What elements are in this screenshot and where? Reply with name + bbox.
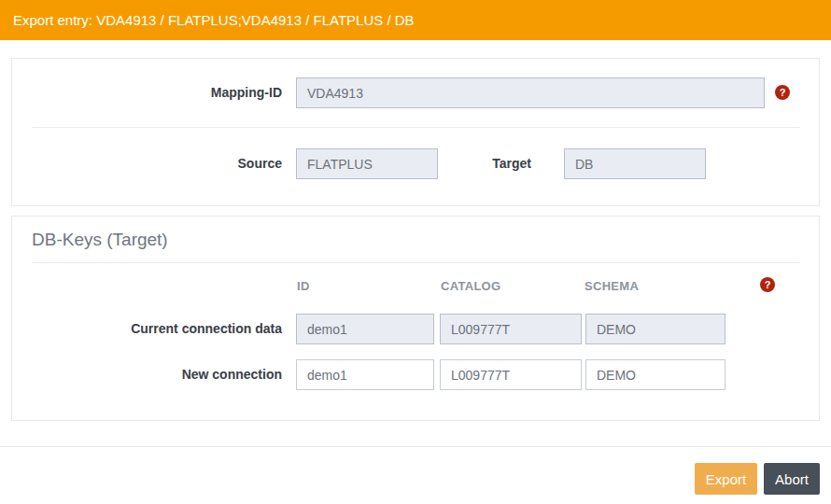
footer-divider <box>0 446 831 447</box>
current-connection-label: Current connection data <box>12 314 282 344</box>
current-connection-catalog-input[interactable] <box>440 314 582 344</box>
current-connection-schema-input[interactable] <box>585 314 725 344</box>
db-keys-panel: DB-Keys (Target) ID CATALOG SCHEMA ? Cur… <box>11 216 820 421</box>
new-connection-id-input[interactable] <box>296 359 434 390</box>
db-keys-panel-title: DB-Keys (Target) <box>32 230 168 250</box>
page-title: Export entry: VDA4913 / FLATPLUS;VDA4913… <box>13 12 415 28</box>
column-header-catalog: CATALOG <box>441 279 500 293</box>
new-connection-catalog-input[interactable] <box>440 359 582 390</box>
mapping-id-input[interactable] <box>296 77 765 108</box>
new-connection-schema-input[interactable] <box>585 359 725 390</box>
column-header-schema: SCHEMA <box>585 279 639 293</box>
mapping-id-label: Mapping-ID <box>12 77 282 108</box>
question-circle-icon[interactable]: ? <box>760 277 775 292</box>
mapping-panel: Mapping-ID ? Source Target <box>11 58 820 206</box>
new-connection-label: New connection <box>12 359 282 390</box>
export-button[interactable]: Export <box>695 463 757 495</box>
current-connection-id-input[interactable] <box>296 314 434 344</box>
panel-divider <box>32 262 800 263</box>
question-circle-icon[interactable]: ? <box>775 85 790 100</box>
panel-divider <box>32 127 800 128</box>
target-input[interactable] <box>564 148 706 179</box>
source-label: Source <box>12 148 282 179</box>
target-label: Target <box>395 148 531 179</box>
column-header-id: ID <box>297 279 310 293</box>
abort-button[interactable]: Abort <box>764 463 820 495</box>
title-bar: Export entry: VDA4913 / FLATPLUS;VDA4913… <box>0 0 831 40</box>
